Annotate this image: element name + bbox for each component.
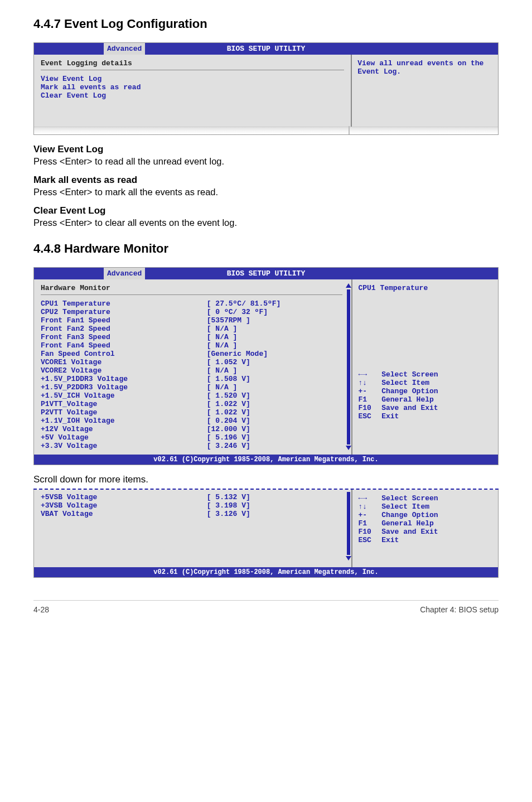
help-key-label: Change Option <box>377 387 438 395</box>
row-value: [ 3.246 V] <box>207 442 343 450</box>
table-row[interactable]: +1.1V_IOH Voltage[ 0.204 V] <box>41 417 342 425</box>
help-key-label: Select Screen <box>377 494 438 503</box>
bios-tab-advanced-2[interactable]: Advanced <box>104 268 145 279</box>
help-key-sym: ESC <box>358 536 377 544</box>
table-row[interactable]: Fan Speed Control[Generic Mode] <box>41 350 342 358</box>
help-key-row: F1 General Help <box>358 519 492 528</box>
row-value: [ 1.508 V] <box>207 375 343 383</box>
table-row[interactable]: +3VSB Voltage[ 3.198 V] <box>41 501 342 510</box>
section-title-448: 4.4.8 Hardware Monitor <box>33 241 499 256</box>
row-value: [ 1.022 V] <box>207 408 343 417</box>
bios-heading: Event Logging details <box>41 59 344 67</box>
row-label: Front Fan3 Speed <box>41 333 207 341</box>
row-label: Fan Speed Control <box>41 350 207 358</box>
table-row[interactable]: CPU1 Temperature[ 27.5ºC/ 81.5ºF] <box>41 299 342 308</box>
scroll-down-icon-2[interactable] <box>346 554 351 563</box>
bios-item-mark-all-read[interactable]: Mark all events as read <box>41 83 344 91</box>
table-row[interactable]: Front Fan3 Speed[ N/A ] <box>41 333 342 341</box>
row-value: [ 1.520 V] <box>207 392 343 400</box>
row-label: +1.1V_IOH Voltage <box>41 417 207 425</box>
bios-right-heading: CPU1 Temperature <box>358 284 492 292</box>
row-value: [ 1.052 V] <box>207 358 343 366</box>
help-key-sym: F1 <box>358 519 377 528</box>
table-row[interactable]: +1.5V_P1DDR3 Voltage[ 1.508 V] <box>41 375 342 383</box>
row-label: VBAT Voltage <box>41 510 207 518</box>
bios-item-view-event-log[interactable]: View Event Log <box>41 75 344 83</box>
help-key-label: Save and Exit <box>377 404 438 412</box>
row-label: Front Fan2 Speed <box>41 325 207 333</box>
help-key-sym: ↑↓ <box>358 503 377 511</box>
scroll-bar-2[interactable] <box>347 492 350 555</box>
row-value: [ N/A ] <box>207 333 343 341</box>
table-row[interactable]: P2VTT Voltage[ 1.022 V] <box>41 408 342 417</box>
table-row[interactable]: P1VTT_Voltage[ 1.022 V] <box>41 400 342 408</box>
row-value: [ 27.5ºC/ 81.5ºF] <box>207 299 343 308</box>
row-label: +5V Voltage <box>41 433 207 442</box>
table-row[interactable]: +12V Voltage[12.000 V] <box>41 425 342 433</box>
help-key-row: ↑↓ Select Item <box>358 379 492 387</box>
row-label: P1VTT_Voltage <box>41 400 207 408</box>
subtext-view-event-log: Press <Enter> to read all the unread eve… <box>33 156 499 167</box>
table-row[interactable]: +3.3V Voltage[ 3.246 V] <box>41 442 342 450</box>
help-key-label: Exit <box>377 536 399 544</box>
help-key-row: F1 General Help <box>358 395 492 404</box>
help-key-sym: F10 <box>358 404 377 412</box>
row-value: [ 1.022 V] <box>207 400 343 408</box>
table-row[interactable]: CPU2 Temperature[ 0 ºC/ 32 ºF] <box>41 308 342 316</box>
help-key-row: ESC Exit <box>358 536 492 544</box>
row-label: +12V Voltage <box>41 425 207 433</box>
row-value: [ 3.198 V] <box>207 501 343 510</box>
subtext-mark-all: Press <Enter> to mark all the events as … <box>33 187 499 197</box>
help-key-row: +- Change Option <box>358 511 492 519</box>
bios-titlebar: Advanced BIOS SETUP UTILITY <box>34 43 498 55</box>
help-key-sym: F10 <box>358 528 377 536</box>
help-key-row: ↑↓ Select Item <box>358 503 492 511</box>
bios-footer: v02.61 (C)Copyright 1985-2008, American … <box>34 455 498 465</box>
row-value: [ N/A ] <box>207 383 343 392</box>
row-label: +1.5V_ICH Voltage <box>41 392 207 400</box>
row-value: [5357RPM ] <box>207 316 343 325</box>
row-value: [ N/A ] <box>207 341 343 350</box>
help-key-label: Change Option <box>377 511 438 519</box>
table-row[interactable]: VCORE1 Voltage[ 1.052 V] <box>41 358 342 366</box>
help-key-row: ←→ Select Screen <box>358 370 492 379</box>
bios-title-text: BIOS SETUP UTILITY <box>227 45 305 53</box>
row-value: [ 5.132 V] <box>207 493 343 501</box>
help-key-row: F10 Save and Exit <box>358 528 492 536</box>
row-label: +1.5V_P1DDR3 Voltage <box>41 375 207 383</box>
table-row[interactable]: +1.5V_ICH Voltage[ 1.520 V] <box>41 392 342 400</box>
help-key-row: ←→ Select Screen <box>358 494 492 503</box>
row-value: [ 0.204 V] <box>207 417 343 425</box>
row-label: VCORE1 Voltage <box>41 358 207 366</box>
subheading-view-event-log: View Event Log <box>33 144 499 155</box>
row-label: Front Fan4 Speed <box>41 341 207 350</box>
row-value: [Generic Mode] <box>207 350 343 358</box>
help-key-sym: F1 <box>358 395 377 404</box>
bios-footer-2: v02.61 (C)Copyright 1985-2008, American … <box>34 567 498 577</box>
row-value: [ 5.196 V] <box>207 433 343 442</box>
scroll-bar[interactable] <box>347 289 350 445</box>
subtext-clear-log: Press <Enter> to clear all events on the… <box>33 218 499 228</box>
page-chapter: Chapter 4: BIOS setup <box>420 605 499 614</box>
table-row[interactable]: Front Fan4 Speed[ N/A ] <box>41 341 342 350</box>
table-row[interactable]: +1.5V_P2DDR3 Voltage[ N/A ] <box>41 383 342 392</box>
scroll-down-icon[interactable] <box>346 444 351 452</box>
table-row[interactable]: Front Fan2 Speed[ N/A ] <box>41 325 342 333</box>
row-value: [ N/A ] <box>207 366 343 375</box>
table-row[interactable]: +5V Voltage[ 5.196 V] <box>41 433 342 442</box>
bios-tab-advanced[interactable]: Advanced <box>104 43 145 55</box>
subheading-clear-log: Clear Event Log <box>33 205 499 216</box>
bios-item-clear-event-log[interactable]: Clear Event Log <box>41 91 344 100</box>
table-row[interactable]: VCORE2 Voltage[ N/A ] <box>41 366 342 375</box>
help-key-row: F10 Save and Exit <box>358 404 492 412</box>
row-label: +3VSB Voltage <box>41 501 207 510</box>
table-row[interactable]: Front Fan1 Speed[5357RPM ] <box>41 316 342 325</box>
table-row[interactable]: +5VSB Voltage[ 5.132 V] <box>41 493 342 501</box>
help-key-label: Save and Exit <box>377 528 438 536</box>
bios-panel-hwmonitor: Advanced BIOS SETUP UTILITY Hardware Mon… <box>33 267 499 465</box>
table-row[interactable]: VBAT Voltage[ 3.126 V] <box>41 510 342 518</box>
page-footer: 4-28 Chapter 4: BIOS setup <box>33 600 499 614</box>
help-key-label: Select Item <box>377 379 429 387</box>
row-label: +1.5V_P2DDR3 Voltage <box>41 383 207 392</box>
scroll-up-icon[interactable] <box>346 282 351 290</box>
